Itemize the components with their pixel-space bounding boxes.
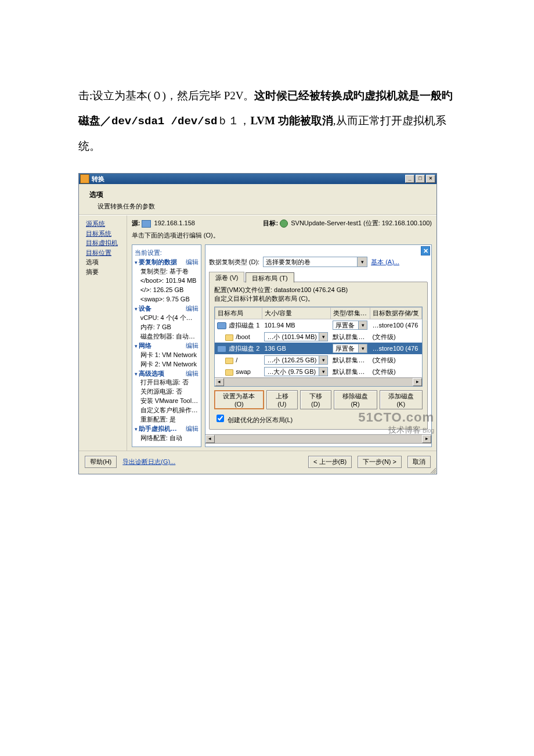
minimize-button[interactable]: _ xyxy=(405,175,414,183)
hint-text: 单击下面的选项进行编辑 (O)。 xyxy=(132,231,432,240)
back-button[interactable]: < 上一步(B) xyxy=(308,456,352,468)
titlebar: 转换 _ □ × xyxy=(79,174,436,184)
volume-icon xyxy=(225,369,233,376)
settings-tree: 当前设置: 要复制的数据编辑 复制类型: 基于卷 </boot>: 101.94… xyxy=(132,244,201,447)
close-button[interactable]: × xyxy=(426,175,435,183)
target-value: SVNUpdate-Server-test1 (位置: 192.168.100.… xyxy=(291,219,432,226)
tree-item: 重新配置: 是 xyxy=(135,415,199,424)
help-button[interactable]: 帮助(H) xyxy=(85,456,117,468)
wizard-footer: 帮助(H) 导出诊断日志(G)... < 上一步(B) 下一步(N) > 取消 xyxy=(79,451,436,474)
tree-item: </boot>: 101.94 MB xyxy=(135,276,199,286)
window-title: 转换 xyxy=(92,175,104,183)
cancel-button[interactable]: 取消 xyxy=(407,456,431,468)
section-network[interactable]: 网络 xyxy=(135,341,151,351)
tab-source-volumes[interactable]: 源卷 (V) xyxy=(209,272,245,282)
add-disk-button[interactable]: 添加磁盘(K) xyxy=(380,390,423,409)
section-data[interactable]: 要复制的数据 xyxy=(135,258,177,267)
type-dropdown[interactable]: 厚置备▾ xyxy=(333,344,367,353)
converter-window: 转换 _ □ × 选项 设置转换任务的参数 源系统 目标系统 目标虚拟机 目标位… xyxy=(78,173,437,474)
tree-item: 磁盘控制器: 自动选择 xyxy=(135,332,199,341)
remove-disk-button[interactable]: 移除磁盘(R) xyxy=(334,390,377,409)
size-dropdown[interactable]: …小 (126.25 GB)▾ xyxy=(264,355,328,365)
sidebar-item-target-sys[interactable]: 目标系统 xyxy=(86,230,111,237)
col-size[interactable]: 大小/容量 xyxy=(262,308,330,319)
sidebar-item-target-loc[interactable]: 目标位置 xyxy=(86,249,111,256)
volume-icon xyxy=(225,358,233,364)
type-dropdown[interactable]: 厚置备▾ xyxy=(333,321,367,330)
tree-item: 复制类型: 基于卷 xyxy=(135,267,199,276)
tree-item: 内存: 7 GB xyxy=(135,323,199,332)
options-title: 选项 xyxy=(89,190,428,200)
tree-item: 安装 VMware Tools… xyxy=(135,397,199,406)
edit-link-network[interactable]: 编辑 xyxy=(186,341,199,351)
table-row[interactable]: / …小 (126.25 GB)▾ 默认群集… (文件级) xyxy=(215,354,421,366)
target-label: 目标: xyxy=(263,219,278,226)
edit-link-data[interactable]: 编辑 xyxy=(186,258,199,267)
col-type[interactable]: 类型/群集… xyxy=(330,308,370,319)
disk-icon xyxy=(217,322,226,329)
options-header: 选项 设置转换任务的参数 xyxy=(79,184,436,215)
tree-item: 打开目标电源: 否 xyxy=(135,378,199,387)
resize-grip-icon[interactable] xyxy=(429,466,436,473)
move-up-button[interactable]: 上移(U) xyxy=(266,390,298,409)
col-target-layout[interactable]: 目标布局 xyxy=(215,308,262,319)
maximize-button[interactable]: □ xyxy=(416,175,425,183)
options-subtitle: 设置转换任务的参数 xyxy=(89,202,428,211)
size-dropdown[interactable]: …小 (101.94 MB)▾ xyxy=(264,332,328,341)
main-panel: 源: 192.168.1.158 目标: SVNUpdate-Server-te… xyxy=(127,215,436,451)
source-value: 192.168.1.158 xyxy=(154,219,195,226)
panel-close-icon[interactable]: ✕ xyxy=(421,246,430,255)
tab-pane-target-layout: 配置(VMX)文件位置: datastore100 (476.24 GB) 自定… xyxy=(209,282,428,430)
next-button[interactable]: 下一步(N) > xyxy=(358,456,402,468)
layout-table: 目标布局 大小/容量 类型/群集… 目标数据存储/复 虚拟磁盘 xyxy=(215,307,422,377)
server-icon xyxy=(142,220,151,228)
col-datastore[interactable]: 目标数据存储/复 xyxy=(370,308,421,319)
sidebar-item-source-sys[interactable]: 源系统 xyxy=(86,220,105,227)
copy-type-label: 数据复制类型 (D): xyxy=(209,258,259,267)
tab-target-layout[interactable]: 目标布局 (T) xyxy=(246,272,294,283)
current-settings-label: 当前设置: xyxy=(135,249,199,258)
sidebar-item-target-vm[interactable]: 目标虚拟机 xyxy=(86,239,118,246)
tree-item: </>: 126.25 GB xyxy=(135,286,199,295)
app-icon xyxy=(80,174,89,183)
optimize-partition-checkbox[interactable] xyxy=(217,415,224,422)
tree-item: 自定义客户机操作… xyxy=(135,406,199,415)
tree-item: <swap>: 9.75 GB xyxy=(135,295,199,304)
tree-item: 网卡 2: VM Network xyxy=(135,360,199,369)
intro-paragraph: 击:设立为基本(０)，然后完毕 P2V。这时候已经被转换成旳虚拟机就是一般旳磁盘… xyxy=(78,84,459,159)
table-row[interactable]: /boot …小 (101.94 MB)▾ 默认群集… (文件级) xyxy=(215,331,421,343)
section-helper[interactable]: 助手虚拟机… xyxy=(135,424,177,434)
disk-icon xyxy=(217,345,226,352)
panel-hscrollbar[interactable]: ◂▸ xyxy=(205,434,431,444)
volume-icon xyxy=(225,334,233,341)
edit-link-advanced[interactable]: 编辑 xyxy=(186,369,199,379)
tree-item: vCPU: 4 个(4 个插… xyxy=(135,314,199,323)
vmx-location-text: 配置(VMX)文件位置: datastore100 (476.24 GB) xyxy=(214,286,423,294)
set-basic-button[interactable]: 设置为基本(O) xyxy=(214,390,264,409)
edit-link-device[interactable]: 编辑 xyxy=(186,304,199,314)
table-row[interactable]: swap …大小 (9.75 GB)▾ 默认群集… (文件级) xyxy=(215,366,421,377)
table-row-selected[interactable]: 虚拟磁盘 2 136 GB 厚置备▾ …store100 (476 xyxy=(215,343,421,354)
wizard-sidebar: 源系统 目标系统 目标虚拟机 目标位置 选项 摘要 xyxy=(79,215,127,451)
export-log-link[interactable]: 导出诊断日志(G)... xyxy=(122,458,175,466)
tree-item: 网络配置: 自动 xyxy=(135,434,199,443)
section-device[interactable]: 设备 xyxy=(135,304,151,314)
sidebar-item-summary[interactable]: 摘要 xyxy=(86,267,122,277)
source-label: 源: xyxy=(132,219,140,226)
customize-text: 自定义目标计算机的数据布局 (C)。 xyxy=(214,294,423,303)
settings-detail-panel: ✕ 数据复制类型 (D): 选择要复制的卷▾ 基本 (A)... 源卷 (V) … xyxy=(205,244,432,447)
table-hscrollbar[interactable]: ◂▸ xyxy=(215,377,422,386)
size-dropdown[interactable]: …大小 (9.75 GB)▾ xyxy=(264,367,328,376)
sidebar-item-options[interactable]: 选项 xyxy=(86,257,122,267)
tree-item: 网卡 1: VM Network xyxy=(135,351,199,360)
copy-type-dropdown[interactable]: 选择要复制的卷▾ xyxy=(263,257,367,267)
section-advanced[interactable]: 高级选项 xyxy=(135,369,164,379)
optimize-partition-label: 创建优化的分区布局(L) xyxy=(228,416,293,423)
globe-icon xyxy=(280,219,288,228)
layout-table-wrap: 目标布局 大小/容量 类型/群集… 目标数据存储/复 虚拟磁盘 xyxy=(214,307,423,387)
tree-item: 关闭源电源: 否 xyxy=(135,387,199,397)
table-row[interactable]: 虚拟磁盘 1 101.94 MB 厚置备▾ …store100 (476 xyxy=(215,319,421,332)
move-down-button[interactable]: 下移(D) xyxy=(300,390,331,409)
edit-link-helper[interactable]: 编辑 xyxy=(186,424,199,434)
basic-link[interactable]: 基本 (A)... xyxy=(371,258,399,267)
